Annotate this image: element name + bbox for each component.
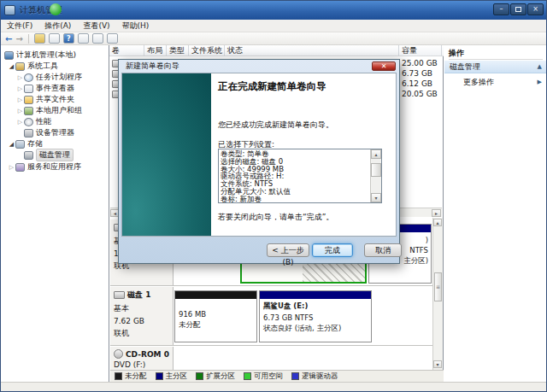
disk1-label[interactable]: 磁盘 1 基本 7.62 GB 联机 bbox=[110, 287, 174, 345]
disk1-unallocated-partition[interactable]: 916 MB 未分配 bbox=[174, 290, 257, 342]
refresh-icon[interactable] bbox=[92, 33, 103, 44]
column-volume[interactable]: 卷 bbox=[109, 45, 144, 56]
dialog-button-bar: < 上一步(B) 完成 取消 bbox=[121, 237, 397, 260]
column-filesystem[interactable]: 文件系统 bbox=[189, 45, 225, 56]
scroll-up-icon[interactable]: ▴ bbox=[371, 149, 381, 159]
scroll-down-icon[interactable]: ▾ bbox=[371, 193, 381, 202]
legend-item: 逻辑驱动器 bbox=[291, 372, 338, 382]
storage-icon bbox=[15, 140, 25, 149]
services-icon bbox=[15, 163, 25, 172]
expanded-icon[interactable]: ◢ bbox=[8, 63, 15, 70]
cdrom-icon bbox=[114, 349, 123, 359]
tree-item-task-scheduler[interactable]: ▷ 任务计划程序 bbox=[16, 72, 82, 83]
actions-section-disk-management[interactable]: 磁盘管理 ▲ bbox=[444, 61, 547, 73]
back-button[interactable]: < 上一步(B) bbox=[267, 243, 309, 257]
settings-listbox[interactable]: 卷类型: 简单卷 选择的磁盘: 磁盘 0 卷大小: 49999 MB 驱动器号或… bbox=[218, 149, 382, 203]
volume-capacity: 20.05 GB bbox=[402, 90, 441, 98]
maximize-icon bbox=[515, 7, 521, 12]
finish-button[interactable]: 完成 bbox=[312, 243, 353, 257]
scroll-thumb[interactable]: ≡ bbox=[434, 272, 442, 301]
chevron-right-icon: ▶ bbox=[538, 79, 542, 85]
wizard-note: 若要关闭此向导，请单击“完成”。 bbox=[218, 212, 397, 223]
wizard-message: 您已经成功完成新建简单卷向导。 bbox=[218, 120, 389, 131]
dialog-close-icon[interactable]: ✕ bbox=[372, 61, 396, 71]
minimize-button[interactable]: – bbox=[493, 3, 509, 15]
disk1-volume-e[interactable]: 黑鲨U盘 (E:) 6.73 GB NTFS 状态良好 (活动, 主分区) bbox=[259, 290, 372, 342]
properties-icon[interactable] bbox=[78, 33, 89, 44]
freespace-swatch bbox=[244, 372, 251, 380]
cdrom-label[interactable]: CD-ROM 0 DVD (F:) bbox=[110, 347, 174, 370]
legend-item: 主分区 bbox=[156, 372, 188, 382]
collapsed-icon[interactable]: ▷ bbox=[8, 164, 15, 171]
scroll-down-icon[interactable]: ▾ bbox=[433, 360, 442, 368]
new-simple-volume-wizard-dialog: 新建简单卷向导 ✕ 正在完成新建简单卷向导 您已经成功完成新建简单卷向导。 已选… bbox=[118, 59, 400, 264]
maximize-button[interactable] bbox=[510, 3, 526, 15]
wizard-heading: 正在完成新建简单卷向导 bbox=[218, 80, 389, 93]
column-type[interactable]: 类型 bbox=[167, 45, 189, 56]
listbox-scrollbar[interactable]: ▴ ▾ bbox=[370, 149, 381, 202]
tree-item-performance[interactable]: ▷ 性能 bbox=[16, 116, 51, 127]
tree-item-system-tools[interactable]: ◢ 系统工具 bbox=[8, 61, 58, 72]
menu-action[interactable]: 操作(A) bbox=[44, 20, 71, 32]
tree-item-disk-management[interactable]: 磁盘管理 bbox=[24, 149, 74, 161]
row-divider bbox=[110, 285, 433, 286]
actions-panel bbox=[444, 45, 547, 382]
scroll-thumb[interactable] bbox=[371, 163, 381, 177]
window-controls: – × bbox=[493, 3, 544, 15]
help-icon[interactable]: ? bbox=[63, 33, 74, 44]
forward-icon[interactable]: → bbox=[15, 33, 22, 44]
disk-area-vscrollbar[interactable]: ▴ ▾ ≡ bbox=[432, 218, 443, 370]
collapsed-icon[interactable]: ▷ bbox=[16, 119, 24, 126]
computer-icon bbox=[4, 51, 14, 60]
tree-item-device-manager[interactable]: 设备管理器 bbox=[24, 127, 74, 138]
tree-item-event-viewer[interactable]: ▷ 事件查看器 bbox=[16, 83, 74, 94]
title-bar: 计算机管理 bbox=[1, 1, 547, 20]
column-capacity[interactable]: 容量 bbox=[399, 45, 442, 56]
settings-lines: 卷类型: 简单卷 选择的磁盘: 磁盘 0 卷大小: 49999 MB 驱动器号或… bbox=[221, 150, 369, 203]
collapsed-icon[interactable]: ▷ bbox=[16, 74, 24, 81]
green-overlay-icon bbox=[50, 3, 62, 15]
scroll-up-icon[interactable]: ▴ bbox=[433, 219, 442, 226]
status-bar bbox=[1, 382, 547, 392]
volume-capacity: 6.73 GB bbox=[402, 69, 441, 78]
disk-management-icon bbox=[24, 151, 33, 160]
column-status[interactable]: 状态 bbox=[225, 45, 399, 56]
more-actions-item[interactable]: 更多操作 ▶ bbox=[444, 76, 547, 88]
tree-item-local-users[interactable]: ▷ 本地用户和组 bbox=[16, 105, 82, 116]
collapsed-icon[interactable]: ▷ bbox=[16, 97, 24, 103]
column-layout[interactable]: 布局 bbox=[144, 45, 167, 56]
dialog-title-bar[interactable]: 新建简单卷向导 ✕ bbox=[121, 60, 397, 73]
volume-capacity: 25.00 GB bbox=[402, 59, 441, 67]
back-icon[interactable]: ← bbox=[5, 33, 12, 44]
window-pane-icon[interactable] bbox=[49, 33, 60, 44]
menu-file[interactable]: 文件(F) bbox=[7, 20, 32, 32]
extended-swatch bbox=[196, 372, 203, 380]
disk-icon bbox=[114, 291, 125, 299]
collapsed-icon[interactable]: ▷ bbox=[16, 85, 24, 92]
tree-item-shared-folders[interactable]: ▷ 共享文件夹 bbox=[16, 94, 74, 105]
task-scheduler-icon bbox=[24, 73, 33, 82]
menu-help[interactable]: 帮助(H) bbox=[122, 20, 150, 32]
unallocated-swatch bbox=[115, 372, 122, 380]
unallocated-bar bbox=[175, 291, 256, 300]
menu-view[interactable]: 查看(V) bbox=[83, 20, 109, 32]
collapsed-icon[interactable]: ▷ bbox=[16, 108, 24, 114]
users-icon bbox=[24, 107, 33, 115]
actions-title: 操作 bbox=[449, 48, 543, 60]
cancel-button[interactable]: 取消 bbox=[364, 243, 402, 257]
volume-list-header: 卷 布局 类型 文件系统 状态 容量 bbox=[109, 45, 444, 56]
scroll-right-icon[interactable]: ▸ bbox=[432, 209, 441, 217]
partition-legend: 未分配 主分区 扩展分区 可用空间 逻辑驱动器 bbox=[110, 370, 444, 382]
event-viewer-icon bbox=[24, 85, 33, 93]
app-icon bbox=[4, 5, 15, 15]
console-tree-icon[interactable] bbox=[34, 33, 45, 44]
dialog-title: 新建简单卷向导 bbox=[126, 61, 179, 72]
primary-partition-bar bbox=[260, 291, 371, 300]
close-button[interactable]: × bbox=[527, 3, 544, 15]
tree-root[interactable]: 计算机管理(本地) bbox=[4, 50, 76, 61]
tree-item-services[interactable]: ▷ 服务和应用程序 bbox=[8, 161, 81, 173]
toolbar-divider bbox=[28, 34, 29, 44]
expanded-icon[interactable]: ◢ bbox=[8, 141, 15, 148]
collapse-icon[interactable]: ▲ bbox=[538, 63, 542, 70]
rescan-disks-icon[interactable] bbox=[107, 33, 118, 44]
